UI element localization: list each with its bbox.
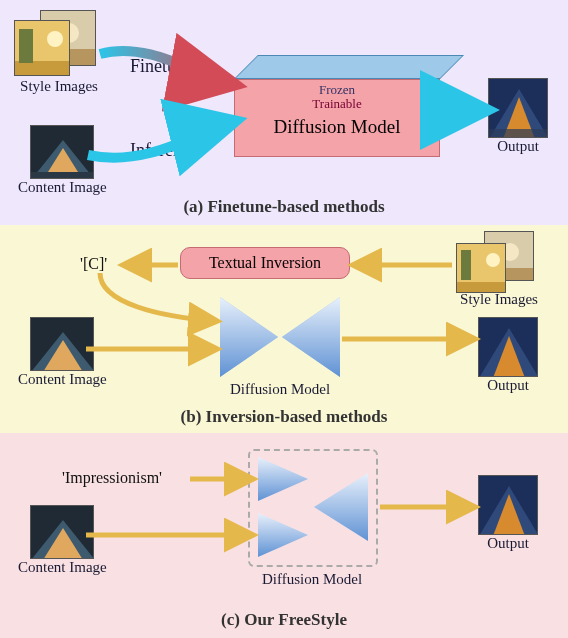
- panel-c-caption: (c) Our FreeStyle: [0, 610, 568, 630]
- content-image-label: Content Image: [18, 179, 107, 196]
- svg-rect-10: [31, 172, 94, 179]
- output-wrap: Output: [488, 78, 548, 155]
- style-images-label: Style Images: [14, 78, 104, 95]
- svg-point-20: [486, 253, 500, 267]
- svg-rect-4: [15, 61, 70, 76]
- content-image-b: [30, 317, 94, 371]
- textual-inversion-block: Textual Inversion: [180, 247, 350, 279]
- svg-point-6: [47, 31, 63, 47]
- style-image-1: [14, 20, 70, 76]
- content-image-c: [30, 505, 94, 559]
- output-label-b: Output: [487, 377, 529, 394]
- svg-marker-33: [258, 457, 308, 501]
- style-image-b1: [456, 243, 506, 293]
- svg-marker-35: [314, 473, 368, 541]
- output-image-c: [478, 475, 538, 535]
- panel-b-caption: (b) Inversion-based methods: [0, 407, 568, 427]
- panel-freestyle: 'Impressionism' Content Image Diffusion …: [0, 433, 568, 638]
- panel-finetune: Style Images Content Image Frozen Traina…: [0, 0, 568, 225]
- content-image-wrap-b: Content Image: [18, 317, 107, 388]
- trainable-label: Trainable: [312, 96, 361, 112]
- output-wrap-b: Output: [478, 317, 538, 394]
- svg-marker-26: [282, 297, 340, 377]
- content-image-label-c: Content Image: [18, 559, 107, 576]
- content-image-label-b: Content Image: [18, 371, 107, 388]
- diffusion-model-label-c: Diffusion Model: [232, 571, 392, 588]
- svg-marker-34: [258, 513, 308, 557]
- diffusion-model-label: Diffusion Model: [274, 116, 401, 138]
- output-label-c: Output: [487, 535, 529, 552]
- panel-inversion: '[C]' Textual Inversion Style Images Con…: [0, 225, 568, 433]
- panel-a-caption: (a) Finetune-based methods: [0, 197, 568, 217]
- textual-inversion-label: Textual Inversion: [209, 254, 321, 272]
- style-images-stack: [14, 10, 98, 76]
- finetune-label: Finetune: [130, 56, 193, 77]
- output-image-b: [478, 317, 538, 377]
- svg-rect-14: [489, 129, 548, 138]
- svg-rect-19: [461, 250, 471, 280]
- content-image-wrap: Content Image: [18, 125, 107, 196]
- diffusion-model-label-b: Diffusion Model: [214, 381, 346, 398]
- style-images-label-b: Style Images: [454, 291, 544, 308]
- token-c: '[C]': [80, 255, 107, 273]
- freestyle-hourglass: [248, 449, 378, 567]
- svg-marker-25: [220, 297, 278, 377]
- token-impressionism: 'Impressionism': [62, 469, 162, 487]
- output-image: [488, 78, 548, 138]
- svg-rect-5: [19, 29, 33, 63]
- output-label: Output: [497, 138, 539, 155]
- content-image-wrap-c: Content Image: [18, 505, 107, 576]
- style-images-stack-b: [456, 231, 540, 297]
- content-image: [30, 125, 94, 179]
- inference-label: Inference: [130, 140, 198, 161]
- output-wrap-c: Output: [478, 475, 538, 552]
- diffusion-hourglass-b: [220, 297, 340, 377]
